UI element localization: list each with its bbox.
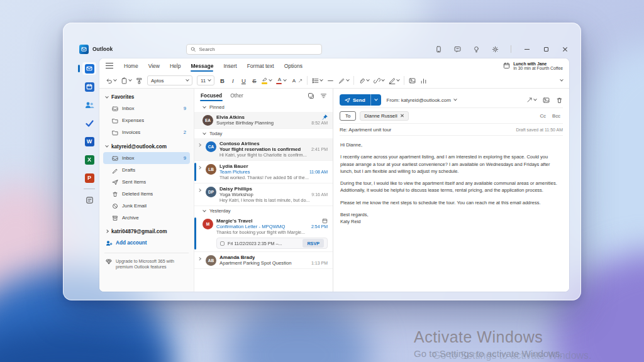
unread-indicator	[194, 163, 196, 181]
folder-archive[interactable]: Archive	[103, 212, 190, 224]
insert-link-button[interactable]	[374, 77, 384, 84]
send-button[interactable]: Send	[340, 94, 381, 106]
calendar-reminder[interactable]: Lunch with Jane In 30 min at Fourth Coff…	[503, 62, 563, 70]
to-button[interactable]: To	[340, 111, 356, 121]
email-row-amanda-brady[interactable]: AB Amanda Brady Apartment Parking Spot Q…	[194, 252, 333, 269]
draw-pen-button[interactable]	[338, 77, 349, 84]
rail-calendar[interactable]	[82, 80, 96, 93]
folder-drafts[interactable]: Drafts	[103, 164, 190, 176]
bullet-list-button[interactable]	[312, 77, 323, 84]
email-row-lydia-bauer[interactable]: LB Lydia Bauer Team Pictures 11:08 AM Th…	[194, 161, 333, 184]
expand-conversation-icon[interactable]	[198, 141, 203, 158]
popout-draft-button[interactable]	[526, 97, 536, 103]
folder-invoices[interactable]: Invoices 2	[103, 126, 190, 138]
tips-lightbulb-icon[interactable]	[472, 45, 480, 53]
rsvp-button[interactable]: RSVP	[303, 239, 324, 248]
font-name-select[interactable]: Aptos	[147, 75, 192, 85]
body-signoff: Best regards,	[340, 211, 562, 218]
tab-focused[interactable]: Focused	[200, 90, 223, 101]
tab-help[interactable]: Help	[165, 60, 185, 72]
font-color-button[interactable]: A	[276, 77, 286, 85]
tab-home[interactable]: Home	[119, 60, 143, 72]
email-row-margies-travel[interactable]: M Margie's Travel Confirmation Letter -	[194, 216, 333, 252]
rail-todo[interactable]	[82, 117, 96, 129]
cc-button[interactable]: Cc	[540, 113, 546, 119]
expand-conversation-icon[interactable]	[198, 163, 203, 180]
folder-favorites-inbox[interactable]: Inbox 9	[103, 102, 190, 114]
rail-excel[interactable]: X	[82, 153, 96, 166]
attach-file-button[interactable]	[358, 77, 369, 84]
subject-field[interactable]: Re: Apartment unit tour	[340, 127, 391, 133]
feedback-icon[interactable]	[453, 45, 462, 53]
font-size-select[interactable]: 11	[197, 75, 214, 85]
close-button[interactable]	[560, 45, 569, 53]
filter-icon[interactable]	[320, 92, 327, 99]
format-painter-button[interactable]	[136, 77, 143, 84]
rail-people[interactable]	[82, 99, 96, 111]
signature-button[interactable]	[389, 77, 399, 84]
strikethrough-button[interactable]: S	[251, 77, 257, 84]
folder-junk-email[interactable]: Junk Email	[103, 200, 190, 212]
tab-options[interactable]: Options	[280, 60, 307, 72]
email-row-contoso-airlines[interactable]: CA Contoso Airlines Your flight reservat…	[194, 138, 333, 161]
horizontal-rule-button[interactable]	[327, 77, 334, 84]
search-input[interactable]	[186, 44, 322, 55]
insert-poll-button[interactable]	[420, 77, 427, 84]
account-header-gmail[interactable]: katri04879@gmail.com	[103, 226, 190, 237]
undo-button[interactable]	[106, 77, 116, 84]
tab-other[interactable]: Other	[230, 90, 244, 101]
my-day-icon[interactable]	[434, 45, 443, 53]
tab-view[interactable]: View	[144, 60, 164, 72]
favorites-section-header[interactable]: Favorites	[103, 92, 190, 102]
maximize-button[interactable]	[541, 45, 550, 53]
from-address-dropdown[interactable]: From: katyreid@outlook.com	[387, 97, 457, 103]
email-row-elvia-atkins[interactable]: EA Elvia Atkins Surprise Birthday Plann	[194, 112, 333, 129]
rail-mail[interactable]	[82, 62, 96, 75]
bcc-button[interactable]: Bcc	[552, 113, 560, 119]
rail-powerpoint[interactable]: P	[82, 172, 96, 184]
diamond-icon	[106, 258, 112, 265]
insert-image-button[interactable]	[543, 97, 550, 104]
settings-gear-icon[interactable]	[491, 45, 499, 53]
underline-button[interactable]: U	[240, 77, 247, 84]
account-header-outlook[interactable]: katyreid@outlook.com	[103, 141, 190, 152]
rail-more-apps[interactable]	[82, 194, 96, 206]
rsvp-card: Fri 11/22/2023 2:35 PM –... RSVP	[216, 238, 328, 249]
search-field[interactable]	[199, 47, 318, 52]
send-options-dropdown[interactable]	[371, 99, 381, 101]
recipient-pill[interactable]: Dianne Russell	[360, 111, 408, 121]
remove-recipient-icon[interactable]	[401, 114, 404, 118]
group-yesterday[interactable]: Yesterday	[194, 206, 333, 216]
rsvp-checkbox[interactable]	[220, 241, 225, 246]
highlight-color-button[interactable]	[262, 77, 272, 84]
avatar: LB	[206, 164, 216, 175]
message-body-editor[interactable]: Hi Dianne, I recently came across your a…	[340, 136, 563, 292]
discard-draft-button[interactable]	[556, 97, 563, 104]
expand-conversation-icon[interactable]	[198, 186, 203, 203]
folder-inbox-selected[interactable]: Inbox 9	[103, 152, 190, 164]
email-row-daisy-phillips[interactable]: DP Daisy Phillips Yoga Workshop 9:16 AM …	[194, 184, 333, 206]
rail-word[interactable]: W	[82, 135, 96, 148]
expand-conversation-icon[interactable]	[198, 255, 203, 266]
folder-deleted-items[interactable]: Deleted Items	[103, 188, 190, 200]
sidebar-divider	[104, 253, 189, 253]
group-today[interactable]: Today	[194, 129, 333, 138]
paste-button[interactable]	[121, 77, 131, 84]
insert-picture-button[interactable]	[409, 77, 416, 84]
tab-message[interactable]: Message	[186, 60, 218, 72]
clear-formatting-button[interactable]: A	[291, 78, 303, 84]
italic-button[interactable]: I	[230, 77, 236, 84]
toolbar-overflow-button[interactable]	[560, 79, 563, 82]
add-account-button[interactable]: Add account	[103, 237, 190, 249]
word-icon: W	[85, 137, 94, 146]
bold-button[interactable]: B	[219, 77, 225, 84]
hamburger-menu-icon[interactable]	[106, 63, 113, 69]
group-pinned[interactable]: Pinned	[194, 102, 333, 112]
select-messages-icon[interactable]	[308, 92, 314, 99]
folder-sent-items[interactable]: Sent Items	[103, 176, 190, 188]
upgrade-promo[interactable]: Upgrade to Microsoft 365 with premium Ou…	[103, 257, 190, 272]
minimize-button[interactable]	[523, 45, 531, 53]
folder-expenses[interactable]: Expenses	[103, 114, 190, 126]
tab-insert[interactable]: Insert	[219, 60, 241, 72]
tab-format-text[interactable]: Format text	[243, 60, 279, 72]
